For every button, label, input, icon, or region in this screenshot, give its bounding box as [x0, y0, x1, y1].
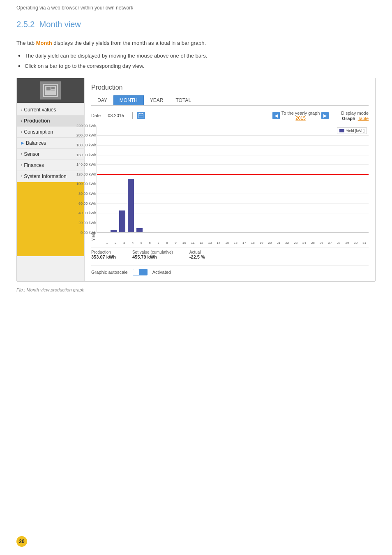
svg-rect-4 — [51, 90, 55, 90]
arrow-icon: › — [21, 152, 22, 156]
bar-day-19[interactable] — [256, 126, 263, 232]
sidebar-item-balances[interactable]: ▶ Balances — [17, 138, 84, 149]
bar-day-20[interactable] — [264, 126, 272, 232]
autoscale-label: Graphic autoscale — [91, 270, 128, 275]
bar-day-17[interactable] — [239, 126, 247, 232]
stat-actual-label: Actual — [189, 250, 201, 254]
bar-day-15[interactable] — [221, 126, 229, 232]
figure-caption: Fig.: Month view production graph — [16, 287, 376, 292]
nav-next-button[interactable]: ▶ — [321, 112, 329, 119]
bar-day-2[interactable] — [110, 126, 118, 232]
x-tick-23: 23 — [291, 241, 300, 245]
tab-month[interactable]: MONTH — [113, 95, 144, 105]
arrow-icon: › — [21, 130, 22, 134]
bar-day-4[interactable] — [127, 126, 135, 232]
bar-day-28[interactable] — [333, 126, 341, 232]
bar-day-18[interactable] — [247, 126, 255, 232]
legend-label: Yield [kWh] — [346, 129, 364, 133]
logo-inner — [43, 84, 58, 97]
bar-day-6[interactable] — [144, 126, 152, 232]
tab-day[interactable]: DAY — [91, 95, 113, 105]
autoscale-toggle[interactable] — [133, 269, 148, 275]
x-tick-28: 28 — [334, 241, 343, 245]
bar-day-13[interactable] — [204, 126, 212, 232]
stat-production-value: 353.07 kWh — [91, 254, 116, 259]
yearly-year-link[interactable]: 2015 — [295, 116, 305, 120]
graph-mode-link[interactable]: Graph — [342, 116, 355, 121]
x-tick-12: 12 — [197, 241, 206, 245]
highlight-month: Month — [36, 40, 52, 46]
tabs-bar: DAY MONTH YEAR TOTAL — [91, 95, 369, 106]
stat-actual: Actual -22.5 % — [189, 250, 205, 259]
nav-prev-button[interactable]: ◀ — [272, 112, 280, 119]
x-tick-15: 15 — [223, 241, 231, 245]
sidebar-item-finances[interactable]: › Finances — [17, 160, 84, 171]
bar-day-12[interactable] — [196, 126, 203, 232]
bar-day-11[interactable] — [187, 126, 195, 232]
arrow-icon: › — [21, 174, 22, 178]
logo-box — [40, 81, 61, 99]
x-tick-26: 26 — [317, 241, 326, 245]
bar-day-23[interactable] — [290, 126, 298, 232]
arrow-icon: › — [21, 163, 22, 167]
bar-day-22[interactable] — [281, 126, 289, 232]
bar-day-30[interactable] — [350, 126, 358, 232]
svg-rect-5 — [138, 113, 143, 118]
x-tick-6: 6 — [145, 241, 154, 245]
bar-day-16[interactable] — [230, 126, 238, 232]
bar-day-29[interactable] — [341, 126, 349, 232]
chart-inner: Yield [kWh] 220.00 kWh200.00 kWh180.00 k… — [97, 126, 369, 233]
tab-total[interactable]: TOTAL — [169, 95, 197, 105]
bar-day-21[interactable] — [273, 126, 281, 232]
bar-day-14[interactable] — [213, 126, 221, 232]
x-tick-2: 2 — [111, 241, 120, 245]
bar-day-25[interactable] — [307, 126, 315, 232]
bar-day-26[interactable] — [316, 126, 324, 232]
bar-day-8[interactable] — [161, 126, 169, 232]
bar-day-10[interactable] — [178, 126, 186, 232]
x-tick-31: 31 — [360, 241, 369, 245]
page-number: 20 — [16, 536, 27, 547]
stats-row: Production 353.07 kWh Set value (cumulat… — [91, 247, 369, 262]
toggle-knob — [133, 269, 139, 275]
bar-day-24[interactable] — [299, 126, 307, 232]
bar-day-27[interactable] — [325, 126, 332, 232]
sidebar-item-production[interactable]: › Production — [17, 116, 84, 127]
bar-day-1[interactable] — [101, 126, 109, 232]
sidebar-item-consumption[interactable]: › Consumption — [17, 127, 84, 138]
bar-day-31[interactable] — [359, 126, 367, 232]
screenshot-container: › Current values › Production › Consumpt… — [16, 78, 376, 282]
x-tick-3: 3 — [120, 241, 129, 245]
chart-area: Yield Yield [kWh] 220.00 kWh200.00 kWh18… — [91, 126, 369, 241]
controls-row: Date ◀ To the yearly graph 2015 — [91, 111, 369, 121]
x-tick-10: 10 — [180, 241, 189, 245]
stat-production-label: Production — [91, 250, 111, 254]
svg-rect-3 — [51, 87, 55, 89]
x-tick-11: 11 — [189, 241, 197, 245]
yearly-nav: ◀ To the yearly graph 2015 ▶ — [272, 111, 329, 120]
bar-day-9[interactable] — [170, 126, 178, 232]
date-input[interactable] — [105, 112, 133, 119]
table-mode-link[interactable]: Table — [358, 116, 369, 121]
x-tick-5: 5 — [137, 241, 146, 245]
bullet-item-2: Click on a bar to go to the correspondin… — [16, 62, 376, 70]
calendar-icon[interactable] — [137, 112, 145, 119]
sidebar-item-sensor[interactable]: › Sensor — [17, 149, 84, 160]
display-mode-label: Display mode — [341, 111, 369, 116]
main-panel: Production DAY MONTH YEAR TOTAL Date — [85, 78, 375, 281]
x-tick-14: 14 — [214, 241, 223, 245]
bar-day-5[interactable] — [136, 126, 143, 232]
bar-day-7[interactable] — [152, 126, 160, 232]
yearly-graph-text: To the yearly graph — [281, 111, 320, 116]
sidebar-item-current-values[interactable]: › Current values — [17, 104, 84, 116]
sidebar-item-system-information[interactable]: › System Information — [17, 171, 84, 182]
x-tick-30: 30 — [351, 241, 360, 245]
x-tick-24: 24 — [300, 241, 309, 245]
bar-day-3[interactable] — [118, 126, 126, 232]
tab-year[interactable]: YEAR — [144, 95, 170, 105]
x-tick-8: 8 — [163, 241, 171, 245]
panel-title: Production — [91, 84, 369, 91]
sidebar: › Current values › Production › Consumpt… — [17, 78, 85, 281]
autoscale-status: Activated — [152, 270, 171, 275]
stat-set-value: Set value (cumulative) 455.79 kWh — [132, 250, 173, 259]
